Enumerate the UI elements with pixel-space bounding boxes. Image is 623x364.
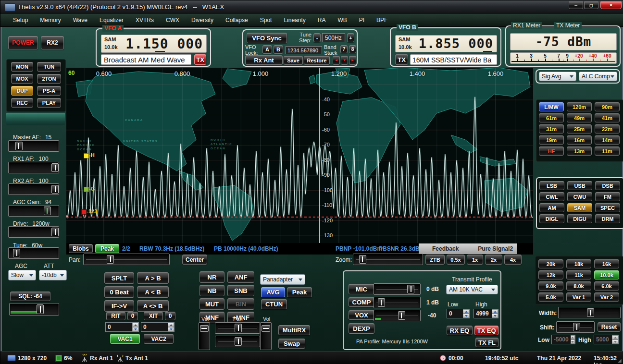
mode-button[interactable]: USB	[567, 181, 592, 190]
shift-slider[interactable]	[556, 321, 595, 333]
zoom-1x-button[interactable]: 1x	[467, 255, 483, 265]
filter-button[interactable]: 5.0k	[538, 292, 563, 302]
comp-slider[interactable]	[374, 297, 421, 308]
filter-button[interactable]: 9.0k	[538, 281, 563, 291]
transmit-profile-dropdown[interactable]: AM 10K VAC	[446, 285, 498, 294]
band-button[interactable]: 90m	[595, 102, 620, 111]
vfo-a-tx-button[interactable]: TX	[194, 54, 206, 65]
band-button[interactable]: 19m	[539, 135, 564, 145]
mode-button[interactable]: CWU	[567, 192, 592, 201]
band-down-icon[interactable]: ▼	[341, 56, 348, 65]
avg-button[interactable]: AVG	[261, 287, 285, 297]
sql-button[interactable]: SQL: -64	[10, 291, 50, 301]
band-button[interactable]: 41m	[595, 113, 620, 122]
agc-hang-marker[interactable]	[84, 153, 89, 158]
mic-button[interactable]: MIC	[349, 284, 374, 294]
frequency-entry[interactable]: 1234.567890	[286, 46, 322, 54]
tx-eq-button[interactable]: TX EQ	[474, 326, 498, 335]
if-to-v-button[interactable]: IF->V	[104, 300, 134, 312]
a-to-b-button[interactable]: A > B	[137, 272, 169, 284]
agc-gain-marker[interactable]	[84, 187, 89, 192]
menu-linearity[interactable]: Linearity	[284, 17, 305, 24]
menu-pi[interactable]: PI	[359, 17, 364, 24]
display-mode-dropdown[interactable]: Panadapter	[260, 274, 305, 285]
menu-wb[interactable]: WB	[337, 17, 347, 24]
mic-slider[interactable]	[374, 283, 421, 295]
feedback-puresignal-bar[interactable]: Feedback Pure Signal2	[419, 243, 517, 254]
vac2-button[interactable]: VAC2	[144, 334, 174, 344]
xit-spinner[interactable]: 0	[141, 322, 174, 332]
rec-button[interactable]: REC	[11, 98, 33, 108]
mode-button[interactable]: AM	[539, 203, 564, 212]
agc-dropdown[interactable]: Slow	[8, 270, 36, 280]
zoom-2x-button[interactable]: 2x	[485, 255, 502, 265]
menu-xvtrs[interactable]: XVTRs	[136, 17, 154, 24]
rx1-af-slider[interactable]	[8, 162, 59, 173]
rx2-volume-slider[interactable]	[260, 322, 272, 350]
width-slider[interactable]	[558, 307, 621, 318]
a-swap-b-button[interactable]: A <> B	[137, 300, 169, 312]
master-af-slider[interactable]	[8, 140, 59, 152]
menu-collapse[interactable]: Collapse	[225, 17, 248, 24]
menu-memory[interactable]: Memory	[40, 17, 61, 24]
resize-grip[interactable]: ◢	[618, 358, 622, 363]
play-button[interactable]: PLAY	[37, 98, 61, 108]
mode-button[interactable]: DRM	[595, 214, 620, 223]
rx-eq-button[interactable]: RX EQ	[447, 326, 473, 335]
tx-fl-button[interactable]: TX FL	[475, 338, 498, 347]
peak-blob-button[interactable]: Peak	[95, 244, 119, 253]
band-button[interactable]: 31m	[539, 124, 564, 133]
rit-zero-button[interactable]: 0	[127, 312, 138, 320]
sql-slider[interactable]	[9, 303, 59, 315]
mode-button[interactable]: LSB	[539, 181, 564, 190]
filter-button[interactable]: 20k	[538, 259, 563, 268]
band-next-icon[interactable]: ►	[349, 56, 356, 65]
shift-reset-button[interactable]: Reset	[598, 322, 621, 332]
tx-high-spinner[interactable]: 4999	[473, 309, 498, 318]
zero-beat-button[interactable]: 0 Beat	[104, 286, 134, 298]
mox-button[interactable]: MOX	[11, 74, 33, 84]
rx1-pan-slider[interactable]	[215, 322, 260, 334]
menu-equalizer[interactable]: Equalizer	[100, 17, 124, 24]
att-dropdown[interactable]: -10db	[39, 270, 67, 280]
spectrum-display[interactable]: NORTH PACIFIC OCEAN UNITED STATES CANADA…	[66, 68, 533, 243]
menu-wave[interactable]: Wave	[73, 17, 87, 24]
split-button[interactable]: SPLT	[104, 272, 134, 284]
vfo-b-display[interactable]: SAM 10.0k 1.855 000	[395, 35, 497, 52]
ctun-button[interactable]: CTUN	[261, 299, 287, 309]
save-button[interactable]: Save	[284, 56, 303, 65]
vfo-a-display[interactable]: SAM 10.0k 1.150 000	[101, 35, 207, 53]
filter-var1-button[interactable]: Var 1	[566, 292, 591, 302]
tune-step-minus-button[interactable]: -	[313, 33, 321, 42]
tune-slider[interactable]	[8, 247, 59, 259]
filter-low-spinner[interactable]: -5000	[551, 335, 575, 344]
drive-slider[interactable]	[8, 226, 59, 238]
zoom-05x-button[interactable]: 0.5x	[447, 255, 465, 265]
tx-low-spinner[interactable]: 0	[447, 309, 470, 318]
nr-button[interactable]: NR	[199, 271, 224, 283]
agc-gain-slider[interactable]	[8, 205, 59, 217]
band-stack-7-button[interactable]: 7	[340, 45, 348, 53]
nb-button[interactable]: NB	[199, 285, 224, 296]
band-lmw-button[interactable]: L/MW	[539, 102, 564, 111]
filter-button[interactable]: 11k	[566, 270, 591, 279]
menu-diversity[interactable]: Diversity	[191, 17, 213, 24]
filter-var2-button[interactable]: Var 2	[594, 292, 619, 302]
tun-button[interactable]: TUN	[37, 62, 61, 72]
mode-button[interactable]: CWL	[539, 192, 564, 201]
power-button[interactable]: POWER	[8, 36, 38, 49]
restore-button[interactable]: Restore	[304, 56, 330, 65]
center-button[interactable]: Center	[182, 255, 207, 265]
filter-high-spinner[interactable]: 5000	[594, 335, 619, 344]
rx1-volume-slider[interactable]	[199, 322, 210, 350]
vfo-lock-b-button[interactable]: B	[274, 45, 283, 54]
vfo-sync-button[interactable]: VFO Sync	[247, 33, 287, 43]
mon-button[interactable]: MON	[11, 62, 33, 72]
filter-button[interactable]: 8.0k	[566, 281, 591, 291]
xit-zero-button[interactable]: 0	[165, 312, 175, 320]
xit-button[interactable]: XIT	[144, 312, 163, 320]
menu-cwx[interactable]: CWX	[166, 17, 179, 24]
menu-bpf[interactable]: BPF	[376, 17, 387, 24]
band-stack-8-button[interactable]: 8	[349, 45, 356, 53]
close-button[interactable]: ✕	[600, 1, 622, 9]
